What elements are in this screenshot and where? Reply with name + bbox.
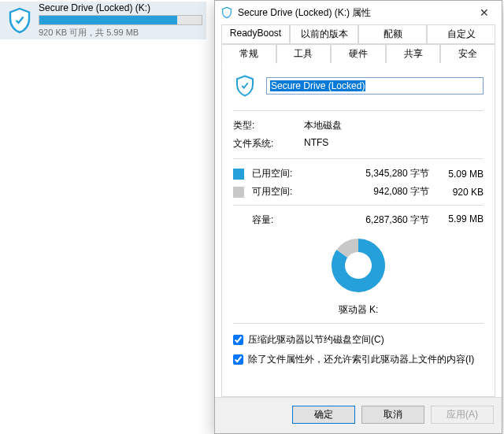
separator bbox=[233, 158, 484, 159]
volume-name-row: Secure Drive (Locked) bbox=[233, 74, 484, 98]
shield-icon bbox=[220, 6, 233, 19]
window-title: Secure Drive (Locked) (K:) 属性 bbox=[238, 6, 466, 20]
usage-bar bbox=[39, 15, 202, 25]
dialog-buttons: 确定 取消 应用(A) bbox=[215, 397, 502, 433]
volume-name-input[interactable]: Secure Drive (Locked) bbox=[266, 77, 484, 95]
usage-bar-fill bbox=[39, 16, 177, 24]
apply-button[interactable]: 应用(A) bbox=[431, 406, 494, 424]
tab-row-1: ReadyBoost 以前的版本 配额 自定义 bbox=[221, 24, 495, 44]
index-checkbox[interactable]: 除了文件属性外，还允许索引此驱动器上文件的内容(I) bbox=[233, 353, 484, 366]
fs-value: NTFS bbox=[304, 137, 328, 150]
used-bytes: 5,345,280 字节 bbox=[311, 167, 440, 180]
shield-icon bbox=[233, 74, 257, 98]
separator bbox=[233, 323, 484, 324]
titlebar[interactable]: Secure Drive (Locked) (K:) 属性 ✕ bbox=[215, 1, 502, 24]
drive-label: 驱动器 K: bbox=[233, 303, 484, 317]
drive-info: Secure Drive (Locked) (K:) 920 KB 可用，共 5… bbox=[35, 2, 202, 39]
index-label: 除了文件属性外，还允许索引此驱动器上文件的内容(I) bbox=[248, 353, 474, 366]
used-human: 5.09 MB bbox=[440, 169, 484, 180]
shield-icon bbox=[4, 5, 35, 36]
compress-label: 压缩此驱动器以节约磁盘空间(C) bbox=[248, 333, 384, 347]
type-value: 本地磁盘 bbox=[304, 119, 342, 132]
volume-name-text: Secure Drive (Locked) bbox=[270, 80, 365, 91]
checkboxes: 压缩此驱动器以节约磁盘空间(C) 除了文件属性外，还允许索引此驱动器上文件的内容… bbox=[233, 333, 484, 366]
capacity-label: 容量: bbox=[233, 213, 311, 227]
compress-checkbox-input[interactable] bbox=[233, 335, 243, 345]
compress-checkbox[interactable]: 压缩此驱动器以节约磁盘空间(C) bbox=[233, 333, 484, 347]
separator bbox=[233, 110, 484, 111]
capacity-row: 容量: 6,287,360 字节 5.99 MB bbox=[233, 213, 484, 227]
space-block: 已用空间: 5,345,280 字节 5.09 MB 可用空间: 942,080… bbox=[233, 167, 484, 317]
pie-chart bbox=[233, 235, 484, 299]
tab-security[interactable]: 安全 bbox=[440, 44, 495, 63]
capacity-bytes: 6,287,360 字节 bbox=[311, 213, 440, 227]
cancel-button[interactable]: 取消 bbox=[361, 406, 424, 424]
capacity-human: 5.99 MB bbox=[440, 213, 484, 227]
separator bbox=[233, 205, 484, 206]
drive-list-item[interactable]: Secure Drive (Locked) (K:) 920 KB 可用，共 5… bbox=[0, 2, 206, 39]
used-space-row: 已用空间: 5,345,280 字节 5.09 MB bbox=[233, 167, 484, 180]
tab-tools[interactable]: 工具 bbox=[276, 44, 332, 63]
used-swatch bbox=[233, 169, 244, 180]
tabs: ReadyBoost 以前的版本 配额 自定义 常规 工具 硬件 共享 安全 bbox=[221, 24, 495, 63]
free-swatch bbox=[233, 187, 244, 198]
used-label: 已用空间: bbox=[252, 167, 311, 180]
tab-customize[interactable]: 自定义 bbox=[427, 24, 495, 44]
fs-label: 文件系统: bbox=[233, 137, 304, 150]
type-label: 类型: bbox=[233, 119, 304, 132]
index-checkbox-input[interactable] bbox=[233, 354, 243, 365]
ok-button[interactable]: 确定 bbox=[292, 406, 355, 424]
tab-hardware[interactable]: 硬件 bbox=[331, 44, 386, 63]
free-space-row: 可用空间: 942,080 字节 920 KB bbox=[233, 185, 484, 198]
drive-name: Secure Drive (Locked) (K:) bbox=[39, 2, 202, 13]
tab-readyboost[interactable]: ReadyBoost bbox=[221, 24, 290, 44]
drive-subtext: 920 KB 可用，共 5.99 MB bbox=[39, 27, 202, 39]
properties-window: Secure Drive (Locked) (K:) 属性 ✕ ReadyBoo… bbox=[214, 0, 502, 434]
free-bytes: 942,080 字节 bbox=[311, 185, 440, 198]
tab-row-2: 常规 工具 硬件 共享 安全 bbox=[221, 44, 495, 63]
free-label: 可用空间: bbox=[252, 185, 311, 198]
tab-general[interactable]: 常规 bbox=[221, 44, 276, 64]
tab-previous-versions[interactable]: 以前的版本 bbox=[290, 24, 358, 44]
tab-sharing[interactable]: 共享 bbox=[386, 44, 441, 63]
meta-block: 类型: 本地磁盘 文件系统: NTFS bbox=[233, 119, 484, 150]
tab-quota[interactable]: 配额 bbox=[358, 24, 427, 44]
general-panel: Secure Drive (Locked) 类型: 本地磁盘 文件系统: NTF… bbox=[221, 62, 495, 397]
free-human: 920 KB bbox=[440, 187, 484, 198]
close-button[interactable]: ✕ bbox=[466, 1, 502, 24]
